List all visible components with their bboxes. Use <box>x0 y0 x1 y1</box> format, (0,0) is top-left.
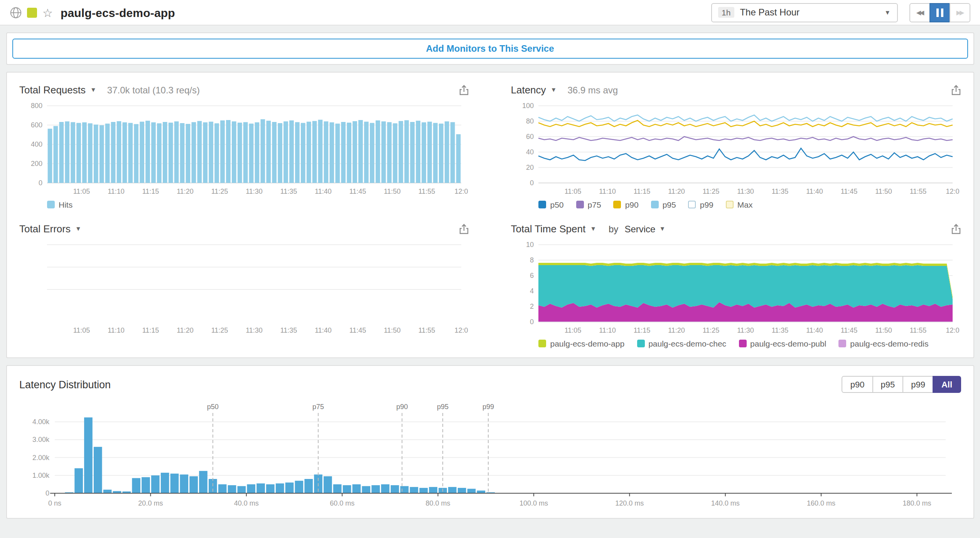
total-time-spent-title[interactable]: Total Time Spent <box>511 223 586 235</box>
legend-label: p95 <box>663 200 676 209</box>
latency-distribution-header: Latency Distribution p90 p95 p99 All <box>19 376 961 393</box>
chevron-down-icon: ▼ <box>551 86 557 93</box>
svg-text:11:50: 11:50 <box>384 327 401 334</box>
svg-text:11:05: 11:05 <box>565 188 582 195</box>
page-content: Add Monitors to This Service Total Reque… <box>0 25 980 526</box>
legend-item-p50[interactable]: p50 <box>539 199 564 209</box>
chevron-down-icon: ▼ <box>75 225 81 232</box>
svg-text:12:0: 12:0 <box>946 188 960 195</box>
legend-item-p99[interactable]: p99 <box>688 199 713 209</box>
svg-text:11:45: 11:45 <box>841 327 858 334</box>
forward-button[interactable]: ▶▶ <box>949 3 970 22</box>
svg-text:40.0 ms: 40.0 ms <box>234 499 259 507</box>
legend-item-paulg-ecs-demo-publ[interactable]: paulg-ecs-demo-publ <box>739 338 826 348</box>
chart-header: Total Time Spent ▼ by Service ▼ <box>511 223 961 235</box>
svg-text:160.0 ms: 160.0 ms <box>807 499 835 507</box>
export-icon[interactable] <box>459 223 469 234</box>
latency-distribution-plot[interactable]: 01.00k2.00k3.00k4.00k0 ns20.0 ms40.0 ms6… <box>19 401 961 512</box>
svg-text:11:30: 11:30 <box>737 188 754 195</box>
total-errors-title[interactable]: Total Errors <box>19 223 71 235</box>
svg-text:800: 800 <box>31 102 42 110</box>
svg-text:11:35: 11:35 <box>280 327 297 334</box>
svg-text:180.0 ms: 180.0 ms <box>902 499 931 507</box>
svg-text:11:40: 11:40 <box>806 188 823 195</box>
svg-text:0: 0 <box>530 179 534 187</box>
svg-text:0: 0 <box>530 318 534 326</box>
time-range-picker[interactable]: 1h The Past Hour ▼ <box>711 3 897 22</box>
svg-text:140.0 ms: 140.0 ms <box>711 499 740 507</box>
legend-item-p75[interactable]: p75 <box>576 199 601 209</box>
svg-text:11:15: 11:15 <box>142 327 159 334</box>
svg-text:0: 0 <box>46 489 49 497</box>
svg-text:11:40: 11:40 <box>315 188 332 195</box>
page-title: paulg-ecs-demo-app <box>61 6 175 19</box>
svg-text:11:25: 11:25 <box>703 327 720 334</box>
chart-header: Total Requests ▼ 37.0k total (10.3 req/s… <box>19 84 469 96</box>
svg-text:11:25: 11:25 <box>211 188 228 195</box>
svg-text:11:55: 11:55 <box>418 327 435 334</box>
add-monitors-button[interactable]: Add Monitors to This Service <box>12 39 968 59</box>
percentile-filter-group: p90 p95 p99 All <box>842 376 961 393</box>
svg-text:11:05: 11:05 <box>73 188 90 195</box>
total-errors-chart-cell: Total Errors ▼ 11:0511:1011:1511:2011:25… <box>19 223 469 348</box>
globe-icon[interactable] <box>10 7 22 18</box>
legend-item-p90[interactable]: p90 <box>614 199 639 209</box>
total-time-spent-plot[interactable]: 024681011:0511:1011:1511:2011:2511:3011:… <box>511 240 961 336</box>
legend-label: p75 <box>588 200 601 209</box>
latency-plot[interactable]: 02040608010011:0511:1011:1511:2011:2511:… <box>511 101 961 197</box>
time-range-badge: 1h <box>718 7 734 18</box>
svg-text:11:10: 11:10 <box>108 188 125 195</box>
svg-text:400: 400 <box>31 140 42 148</box>
filter-all-button[interactable]: All <box>933 376 961 393</box>
export-icon[interactable] <box>951 85 961 95</box>
svg-text:2.00k: 2.00k <box>32 454 50 462</box>
legend-item-p95[interactable]: p95 <box>651 199 676 209</box>
group-by-service-dropdown[interactable]: Service ▼ <box>624 223 665 234</box>
latency-title[interactable]: Latency <box>511 84 546 96</box>
legend-swatch <box>637 339 644 347</box>
svg-text:11:05: 11:05 <box>73 327 90 334</box>
export-icon[interactable] <box>459 85 469 95</box>
by-label: by <box>609 223 618 234</box>
svg-text:40: 40 <box>526 148 534 156</box>
legend-label: paulg-ecs-demo-redis <box>850 338 928 348</box>
svg-text:11:30: 11:30 <box>246 188 263 195</box>
legend-label: paulg-ecs-demo-chec <box>648 338 726 348</box>
legend-item-paulg-ecs-demo-chec[interactable]: paulg-ecs-demo-chec <box>637 338 726 348</box>
legend-item-Hits[interactable]: Hits <box>47 199 73 209</box>
total-errors-plot[interactable]: 11:0511:1011:1511:2011:2511:3011:3511:40… <box>19 240 469 336</box>
rewind-button[interactable]: ◀◀ <box>909 3 930 22</box>
total-requests-chart-cell: Total Requests ▼ 37.0k total (10.3 req/s… <box>19 84 469 209</box>
svg-text:11:35: 11:35 <box>772 188 789 195</box>
legend-label: Hits <box>59 200 73 209</box>
svg-text:6: 6 <box>530 272 534 279</box>
svg-text:11:15: 11:15 <box>634 327 651 334</box>
export-icon[interactable] <box>951 223 961 234</box>
svg-text:4.00k: 4.00k <box>32 418 50 426</box>
total-requests-plot[interactable]: 020040060080011:0511:1011:1511:2011:2511… <box>19 101 469 197</box>
legend-label: p50 <box>550 200 564 209</box>
latency-summary: 36.9 ms avg <box>567 85 618 95</box>
total-requests-summary: 37.0k total (10.3 req/s) <box>107 85 200 95</box>
svg-text:80: 80 <box>526 117 534 125</box>
legend-item-Max[interactable]: Max <box>726 199 753 209</box>
filter-p90-button[interactable]: p90 <box>842 376 873 393</box>
svg-text:11:10: 11:10 <box>599 188 616 195</box>
legend-swatch <box>614 200 621 208</box>
pause-button[interactable] <box>929 3 950 22</box>
svg-text:20.0 ms: 20.0 ms <box>138 499 163 507</box>
legend-item-paulg-ecs-demo-app[interactable]: paulg-ecs-demo-app <box>539 338 625 348</box>
svg-text:11:55: 11:55 <box>910 188 927 195</box>
chevron-down-icon: ▼ <box>590 225 596 232</box>
filter-p95-button[interactable]: p95 <box>872 376 903 393</box>
filter-p99-button[interactable]: p99 <box>902 376 934 393</box>
svg-text:60: 60 <box>526 133 534 140</box>
svg-text:0 ns: 0 ns <box>48 499 61 507</box>
total-requests-title[interactable]: Total Requests <box>19 84 86 96</box>
svg-text:11:20: 11:20 <box>668 188 685 195</box>
svg-text:80.0 ms: 80.0 ms <box>426 499 450 507</box>
favorite-star-icon[interactable]: ☆ <box>42 7 53 18</box>
svg-text:11:55: 11:55 <box>418 188 435 195</box>
legend-item-paulg-ecs-demo-redis[interactable]: paulg-ecs-demo-redis <box>838 338 928 348</box>
chevron-down-icon: ▼ <box>90 86 96 93</box>
